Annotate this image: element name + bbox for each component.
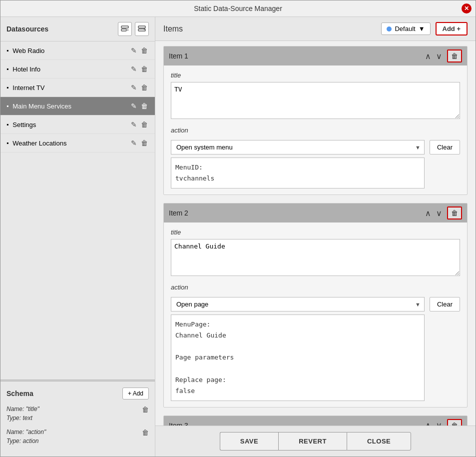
svg-rect-1 [121,29,126,31]
save-button[interactable]: SAVE [220,432,278,450]
action-row: Open page MenuPage:Channel Guide Page pa… [171,297,460,401]
schema-label: Schema [6,390,33,398]
action-detail-line: Page parameters [175,352,420,363]
delete-datasource-button[interactable]: 🗑 [140,120,149,130]
delete-item-button[interactable]: 🗑 [447,419,462,426]
window-title: Static Data-Source Manager [194,4,282,12]
action-row: Open system menu MenuID:tvchannels Clear [171,140,460,188]
action-select-wrapper: Open page [171,297,425,312]
sort-datasource-button[interactable] [135,22,149,36]
title-textarea[interactable]: TV [171,82,460,119]
svg-rect-4 [138,26,145,28]
item-card-actions: ∧ ∨ 🗑 [423,206,462,220]
item-card-body: title TV action Open system menu MenuID:… [164,66,467,194]
edit-datasource-button[interactable]: ✎ [130,120,138,130]
collapse-down-button[interactable]: ∨ [434,50,444,62]
action-detail-line: Channel Guide [175,330,420,341]
item-card-1: Item 1 ∧ ∨ 🗑 title TV action Open system… [163,46,468,195]
delete-item-button[interactable]: 🗑 [447,50,462,62]
delete-datasource-button[interactable]: 🗑 [140,138,149,148]
revert-button[interactable]: REVERT [278,432,347,450]
main-content: Datasources [0,17,476,456]
item-card-header: Item 1 ∧ ∨ 🗑 [164,46,467,66]
svg-rect-0 [121,26,128,28]
datasource-icon: ▪ [6,121,8,128]
delete-datasource-button[interactable]: 🗑 [140,101,149,111]
datasource-icon: ▪ [6,66,8,72]
action-detail-line: MenuPage: [175,319,420,330]
default-dot [387,26,392,32]
action-detail-line [175,341,420,352]
items-header-right: Default ▼ Add + [381,22,468,36]
item-card-actions: ∧ ∨ 🗑 [423,50,462,62]
collapse-down-button[interactable]: ∨ [434,420,444,426]
edit-datasource-button[interactable]: ✎ [130,64,138,74]
default-label: Default [395,25,415,32]
add-item-button[interactable]: Add + [436,22,468,36]
close-button[interactable]: CLOSE [347,432,411,450]
action-select-wrapper: Open system menu [171,140,425,154]
schema-field-name: Name: "action" [6,428,46,436]
action-select[interactable]: Open page [171,297,425,312]
item-card-2: Item 2 ∧ ∨ 🗑 title Channel Guide action … [163,203,468,408]
collapse-down-button[interactable]: ∨ [434,208,444,219]
delete-schema-field-button[interactable]: 🗑 [142,406,149,414]
schema-fields: Name: "title" Type: text 🗑 Name: "action… [6,404,149,446]
datasource-name: Main Menu Services [12,102,130,110]
datasource-icon: ▪ [6,84,8,91]
bottom-bar: SAVE REVERT CLOSE [155,426,476,456]
action-dropdown-wrap: Open system menu MenuID:tvchannels [171,140,425,188]
item-card-3: Item 3 ∧ ∨ 🗑 title Connect My Device act… [163,416,468,426]
datasource-name: Settings [12,121,130,128]
window-close-button[interactable]: ✕ [462,4,472,14]
datasource-actions: ✎ 🗑 [130,64,149,74]
sort-icon [138,26,146,32]
item-card-header: Item 3 ∧ ∨ 🗑 [164,416,467,426]
action-select[interactable]: Open system menu [171,140,425,154]
action-label: action [171,126,460,134]
left-panel: Datasources [0,17,155,456]
datasource-actions: ✎ 🗑 [130,120,149,130]
delete-datasource-button[interactable]: 🗑 [140,46,149,56]
title-label: title [171,72,460,79]
add-schema-button[interactable]: + Add [122,388,149,400]
item-card-title: Item 3 [169,422,423,426]
datasource-actions: ✎ 🗑 [130,138,149,148]
items-header: Items Default ▼ Add + [155,17,476,41]
add-datasource-button[interactable] [118,22,132,36]
clear-action-button[interactable]: Clear [430,140,460,154]
edit-datasource-button[interactable]: ✎ [130,101,138,111]
action-detail-line: Replace page: [175,374,420,386]
schema-field-1: Name: "action" Type: action 🗑 [6,428,149,446]
edit-datasource-button[interactable]: ✎ [130,138,138,148]
datasource-item-hotel-info[interactable]: ▪ Hotel Info ✎ 🗑 [0,60,155,78]
items-label: Items [163,24,183,34]
datasource-item-weather-locations[interactable]: ▪ Weather Locations ✎ 🗑 [0,134,155,152]
delete-schema-field-button[interactable]: 🗑 [142,428,149,436]
datasource-name: Weather Locations [12,140,130,147]
datasource-actions: ✎ 🗑 [130,82,149,92]
right-panel: Items Default ▼ Add + Item 1 ∧ ∨ 🗑 [155,17,476,456]
collapse-up-button[interactable]: ∧ [423,208,433,219]
default-dropdown[interactable]: Default ▼ [381,22,430,35]
action-detail-line: false [175,386,420,396]
delete-datasource-button[interactable]: 🗑 [140,64,149,74]
datasource-item-internet-tv[interactable]: ▪ Internet TV ✎ 🗑 [0,78,155,97]
delete-datasource-button[interactable]: 🗑 [140,82,149,92]
delete-item-button[interactable]: 🗑 [447,206,462,220]
datasources-label: Datasources [6,25,48,33]
title-bar: Static Data-Source Manager ✕ [0,0,476,17]
datasource-item-main-menu-services[interactable]: ▪ Main Menu Services ✎ 🗑 [0,97,155,116]
clear-action-button[interactable]: Clear [430,297,460,312]
title-textarea[interactable]: Channel Guide [171,239,460,276]
collapse-up-button[interactable]: ∧ [423,420,433,426]
edit-datasource-button[interactable]: ✎ [130,82,138,92]
datasource-item-web-radio[interactable]: ▪ Web Radio ✎ 🗑 [0,42,155,60]
datasource-item-settings[interactable]: ▪ Settings ✎ 🗑 [0,116,155,134]
datasource-icon: ▪ [6,140,8,146]
schema-field-type: Type: action [6,436,46,446]
edit-datasource-button[interactable]: ✎ [130,46,138,56]
collapse-up-button[interactable]: ∧ [423,50,433,62]
schema-header: Schema + Add [6,388,149,400]
schema-field-name: Name: "title" [6,404,39,414]
